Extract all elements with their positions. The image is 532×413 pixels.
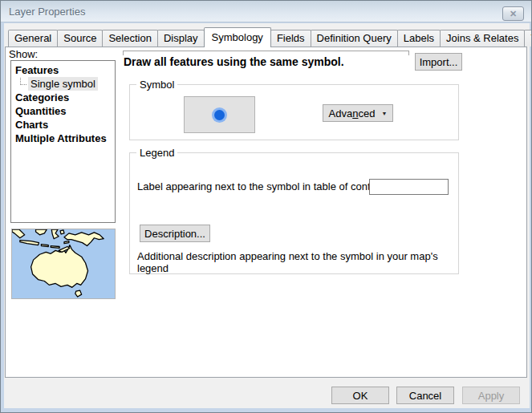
- tab-fields[interactable]: Fields: [270, 30, 311, 47]
- tab-definition-query[interactable]: Definition Query: [311, 30, 398, 47]
- point-symbol-icon: [212, 107, 227, 123]
- legend-group: Legend Label appearing next to the symbo…: [129, 152, 459, 274]
- title-bar[interactable]: Layer Properties ✕: [1, 1, 531, 22]
- tab-symbology[interactable]: Symbology: [204, 27, 271, 47]
- show-tree: Features Single symbol Categories Quanti…: [10, 60, 116, 223]
- show-item-quantities[interactable]: Quantities: [11, 104, 115, 118]
- import-button[interactable]: Import...: [415, 53, 462, 71]
- advanced-label: Advanced: [329, 107, 376, 119]
- tree-elbow-icon: [20, 78, 26, 85]
- chevron-down-icon: ▼: [381, 111, 387, 116]
- show-item-categories[interactable]: Categories: [11, 91, 115, 104]
- tab-general[interactable]: General: [8, 30, 58, 47]
- legend-group-title: Legend: [136, 147, 177, 159]
- legend-label-text: Label appearing next to the symbol in ta…: [137, 180, 393, 192]
- map-preview: [11, 229, 116, 299]
- legend-label-input[interactable]: [369, 179, 449, 195]
- symbology-tab-page: Show: Features Single symbol Categories …: [5, 47, 527, 378]
- tab-strip: General Source Selection Display Symbolo…: [8, 27, 532, 47]
- tab-source[interactable]: Source: [57, 30, 103, 47]
- advanced-dropdown-button[interactable]: Advanced ▼: [323, 104, 393, 122]
- symbol-group-title: Symbol: [136, 79, 177, 91]
- layer-properties-dialog: Layer Properties ✕ General Source Select…: [0, 0, 532, 413]
- close-icon[interactable]: ✕: [502, 6, 524, 21]
- ok-button[interactable]: OK: [331, 387, 389, 404]
- tab-selection[interactable]: Selection: [102, 30, 157, 47]
- tab-time[interactable]: Time: [524, 30, 532, 47]
- tab-labels[interactable]: Labels: [397, 30, 441, 47]
- symbol-group: Symbol Advanced ▼: [129, 84, 459, 140]
- symbol-preview-button[interactable]: [184, 96, 255, 133]
- apply-button[interactable]: Apply: [462, 387, 520, 404]
- show-item-single-symbol[interactable]: Single symbol: [11, 77, 115, 91]
- renderer-description: Draw all features using the same symbol.: [124, 55, 344, 68]
- cancel-button[interactable]: Cancel: [396, 387, 454, 404]
- show-item-features[interactable]: Features: [11, 63, 115, 77]
- show-item-charts[interactable]: Charts: [11, 118, 115, 132]
- window-title: Layer Properties: [9, 1, 85, 22]
- show-item-multiple-attributes[interactable]: Multiple Attributes: [11, 132, 115, 145]
- tab-joins-relates[interactable]: Joins & Relates: [440, 30, 525, 47]
- legend-additional-text: Additional description appearing next to…: [137, 250, 458, 274]
- dialog-body: General Source Selection Display Symbolo…: [4, 23, 530, 408]
- description-button[interactable]: Description...: [140, 225, 210, 242]
- tab-display[interactable]: Display: [157, 30, 205, 47]
- show-label: Show:: [9, 48, 38, 60]
